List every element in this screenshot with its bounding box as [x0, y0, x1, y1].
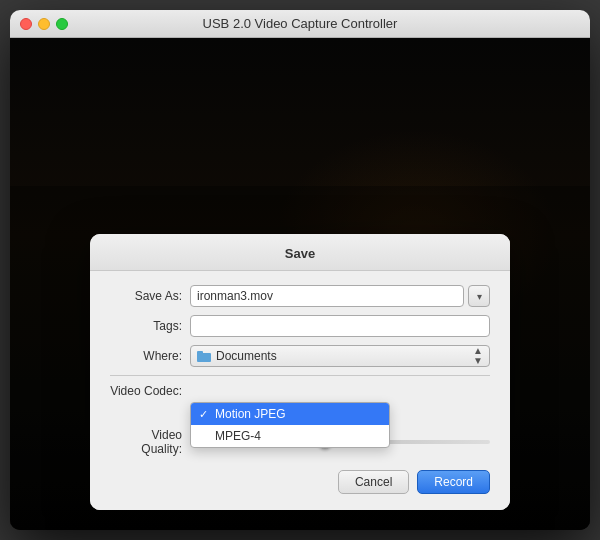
dialog-body: Save As: ▾ Tags: Where: Documents ▲ — [90, 271, 510, 510]
codec-row: Video Codec: ✓ Motion JPEG MPEG-4 — [110, 384, 490, 398]
tags-row: Tags: — [110, 315, 490, 337]
where-label: Where: — [110, 349, 190, 363]
quality-label: Video Quality: — [110, 428, 190, 456]
codec-label: Video Codec: — [110, 384, 190, 398]
window-title: USB 2.0 Video Capture Controller — [203, 16, 398, 31]
codec-dropdown[interactable]: ✓ Motion JPEG MPEG-4 — [190, 402, 390, 448]
video-preview: Save Save As: ▾ Tags: Where: Documents — [10, 38, 590, 530]
cancel-button[interactable]: Cancel — [338, 470, 409, 494]
title-bar: USB 2.0 Video Capture Controller — [10, 10, 590, 38]
save-dialog: Save Save As: ▾ Tags: Where: Documents — [90, 234, 510, 510]
save-as-row: Save As: ▾ — [110, 285, 490, 307]
main-window: USB 2.0 Video Capture Controller Save Sa… — [10, 10, 590, 530]
folder-icon — [197, 351, 211, 362]
codec-option-mpeg4[interactable]: MPEG-4 — [191, 425, 389, 447]
codec-option-motion-jpeg[interactable]: ✓ Motion JPEG — [191, 403, 389, 425]
expand-button[interactable]: ▾ — [468, 285, 490, 307]
minimize-button[interactable] — [38, 18, 50, 30]
save-as-label: Save As: — [110, 289, 190, 303]
where-value: Documents — [216, 349, 473, 363]
where-arrows-icon: ▲ ▼ — [473, 346, 483, 366]
dialog-title: Save — [285, 246, 315, 261]
where-row: Where: Documents ▲ ▼ — [110, 345, 490, 367]
record-button[interactable]: Record — [417, 470, 490, 494]
codec-mpeg4-label: MPEG-4 — [215, 429, 261, 443]
traffic-lights — [20, 18, 68, 30]
tags-label: Tags: — [110, 319, 190, 333]
check-icon: ✓ — [199, 408, 215, 421]
divider — [110, 375, 490, 376]
tags-input[interactable] — [190, 315, 490, 337]
codec-option-label: Motion JPEG — [215, 407, 286, 421]
where-select[interactable]: Documents ▲ ▼ — [190, 345, 490, 367]
close-button[interactable] — [20, 18, 32, 30]
dialog-footer: Cancel Record — [110, 462, 490, 494]
maximize-button[interactable] — [56, 18, 68, 30]
save-as-input[interactable] — [190, 285, 464, 307]
dialog-title-bar: Save — [90, 234, 510, 271]
